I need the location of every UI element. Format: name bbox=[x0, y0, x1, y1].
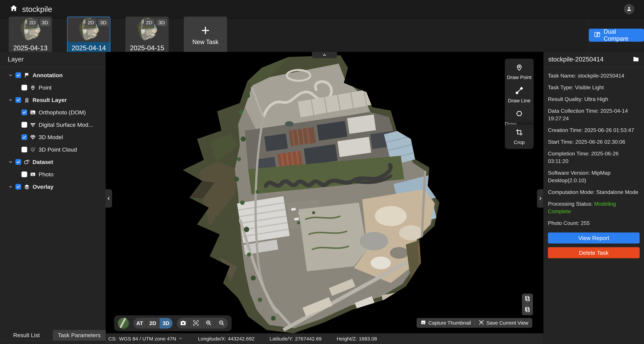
field-data-collection-time: Data Collection Time: 2025-04-14 19:27:2… bbox=[548, 107, 640, 122]
save-view-icon bbox=[479, 320, 484, 326]
cube-solid-button[interactable] bbox=[522, 305, 533, 315]
save-current-view-button[interactable]: Save Current View bbox=[479, 320, 528, 326]
mode-2d-button[interactable]: 2D bbox=[146, 318, 160, 329]
basemap-thumbnail[interactable] bbox=[118, 318, 129, 329]
task-detail-panel: stockpile-20250414 Task Name: stockpile-… bbox=[544, 52, 644, 344]
fit-icon bbox=[193, 320, 199, 327]
collapse-rightpanel-handle[interactable] bbox=[537, 189, 544, 208]
app-title: stockpile bbox=[22, 5, 52, 14]
capture-save-bar: Capture Thumbnail Save Current View bbox=[416, 318, 532, 328]
draw-point-button[interactable]: Draw Point bbox=[505, 63, 534, 80]
cube-wire-icon bbox=[524, 295, 531, 303]
field-task-name: Task Name: stockpile-20250414 bbox=[548, 72, 640, 80]
draw-point-icon bbox=[515, 63, 523, 72]
zoom-in-button[interactable] bbox=[202, 318, 215, 329]
divider bbox=[474, 320, 475, 326]
zoom-in-icon bbox=[206, 320, 212, 327]
top-header: stockpile bbox=[0, 0, 644, 18]
tree-row-orthophoto[interactable]: Orthophoto (DOM) bbox=[0, 106, 106, 119]
task-thumbnail: 2D 3D bbox=[126, 16, 169, 42]
latitude-readout: Latitude/Y:2767442.69 bbox=[270, 336, 322, 342]
layer-sidebar: Layer Annotation Point Resu bbox=[0, 52, 106, 344]
task-thumbnail: 2D 3D bbox=[9, 16, 52, 42]
draw-line-button[interactable]: Draw Line bbox=[505, 87, 534, 104]
task-panel-header: stockpile-20250414 bbox=[544, 52, 644, 67]
height-readout: Height/Z:1683.08 bbox=[336, 336, 377, 342]
checkbox-point-cloud[interactable] bbox=[22, 147, 27, 153]
chevron-down-icon[interactable] bbox=[8, 159, 14, 165]
layer-panel-title: Layer bbox=[0, 52, 106, 67]
user-icon bbox=[626, 6, 632, 12]
orthophoto-3d-model[interactable] bbox=[106, 52, 544, 344]
tree-row-photo[interactable]: Photo bbox=[0, 168, 106, 180]
tree-row-point[interactable]: Point bbox=[0, 81, 106, 94]
task-fields: Task Name: stockpile-20250414 Task Type:… bbox=[544, 67, 644, 227]
pin-icon bbox=[30, 84, 36, 91]
pointcloud-icon bbox=[30, 146, 36, 153]
tab-task-parameters[interactable]: Task Parameters bbox=[53, 330, 106, 341]
crop-button[interactable]: Crop bbox=[505, 128, 534, 145]
checkbox-annotation[interactable] bbox=[16, 72, 21, 78]
chevron-down-icon[interactable] bbox=[8, 97, 14, 103]
cube-wire-button[interactable] bbox=[522, 294, 533, 304]
sidebar-bottom-tabs: Result List Task Parameters bbox=[0, 330, 106, 341]
checkbox-3d-model[interactable] bbox=[22, 134, 27, 140]
viewer-toolbar: AT 2D 3D bbox=[114, 315, 232, 331]
checkbox-overlay[interactable] bbox=[16, 184, 21, 189]
chevron-down-icon bbox=[178, 336, 183, 342]
tree-row-annotation[interactable]: Annotation bbox=[0, 69, 106, 81]
field-computation-mode: Computation Mode: Standalone Mode bbox=[548, 188, 640, 196]
checkbox-orthophoto[interactable] bbox=[22, 110, 27, 115]
mode-at-button[interactable]: AT bbox=[133, 318, 146, 329]
map-viewport[interactable]: Draw Point Draw Line Draw Polygon Crop bbox=[106, 52, 544, 344]
main-area: Layer Annotation Point Resu bbox=[0, 52, 644, 344]
badge-3d: 3D bbox=[156, 19, 167, 26]
layers-icon bbox=[24, 183, 30, 190]
user-avatar[interactable] bbox=[624, 4, 634, 14]
collapse-taskbar-handle[interactable] bbox=[312, 52, 337, 58]
new-task-button[interactable]: + New Task bbox=[184, 16, 227, 54]
field-start-time: Start Time: 2025-06-26 02:30:06 bbox=[548, 138, 640, 146]
badge-2d: 2D bbox=[144, 19, 154, 26]
tree-row-dataset[interactable]: Dataset bbox=[0, 156, 106, 168]
delete-task-button[interactable]: Delete Task bbox=[548, 247, 640, 258]
task-card-2025-04-15[interactable]: 2D 3D 2025-04-15 bbox=[126, 16, 169, 54]
app-brand[interactable]: stockpile bbox=[10, 4, 52, 14]
zoom-out-button[interactable] bbox=[215, 318, 228, 329]
screenshot-button[interactable] bbox=[177, 318, 190, 329]
task-thumbnail-bar: 2D 3D 2025-04-13 2D 3D 2025-04-14 bbox=[0, 18, 644, 52]
photos-icon bbox=[24, 159, 30, 165]
flag-icon bbox=[24, 72, 30, 78]
badge-2d: 2D bbox=[85, 19, 96, 26]
folder-icon[interactable] bbox=[632, 56, 639, 63]
mode-3d-button[interactable]: 3D bbox=[160, 318, 172, 329]
capture-thumbnail-button[interactable]: Capture Thumbnail bbox=[420, 320, 471, 326]
tree-row-3d-model[interactable]: 3D Model bbox=[0, 131, 106, 143]
task-card-2025-04-13[interactable]: 2D 3D 2025-04-13 bbox=[9, 16, 52, 54]
field-software-version: Software Version: MipMap Desktop(2.0.10) bbox=[548, 169, 640, 184]
task-panel-actions: View Report Delete Task bbox=[544, 231, 644, 260]
dual-compare-button[interactable]: Dual Compare bbox=[589, 29, 644, 42]
chevron-down-icon[interactable] bbox=[8, 184, 14, 189]
tab-result-list[interactable]: Result List bbox=[0, 330, 53, 341]
tree-row-overlay[interactable]: Overlay bbox=[0, 180, 106, 193]
checkbox-photo[interactable] bbox=[22, 172, 27, 177]
checkbox-result-layer[interactable] bbox=[16, 97, 21, 103]
home-icon[interactable] bbox=[10, 4, 18, 14]
field-task-type: Task Type: Visible Light bbox=[548, 84, 640, 91]
crs-selector[interactable]: CS: WGS 84 / UTM zone 47N bbox=[108, 336, 183, 342]
checkbox-point[interactable] bbox=[22, 85, 27, 90]
fit-view-button[interactable] bbox=[190, 318, 202, 329]
checkbox-dsm[interactable] bbox=[22, 122, 27, 128]
view-report-button[interactable]: View Report bbox=[548, 232, 640, 243]
tree-row-point-cloud[interactable]: 3D Point Cloud bbox=[0, 143, 106, 156]
collapse-sidebar-handle[interactable] bbox=[106, 189, 112, 208]
task-card-2025-04-14[interactable]: 2D 3D 2025-04-14 bbox=[67, 16, 110, 54]
tree-row-dsm[interactable]: Digital Surface Mod... bbox=[0, 119, 106, 131]
chevron-down-icon[interactable] bbox=[8, 72, 14, 78]
dsm-icon bbox=[30, 122, 36, 128]
checkbox-dataset[interactable] bbox=[16, 159, 21, 165]
field-photo-count: Photo Count: 255 bbox=[548, 219, 640, 227]
tree-row-result-layer[interactable]: Result Layer bbox=[0, 94, 106, 106]
image-icon bbox=[30, 109, 36, 116]
